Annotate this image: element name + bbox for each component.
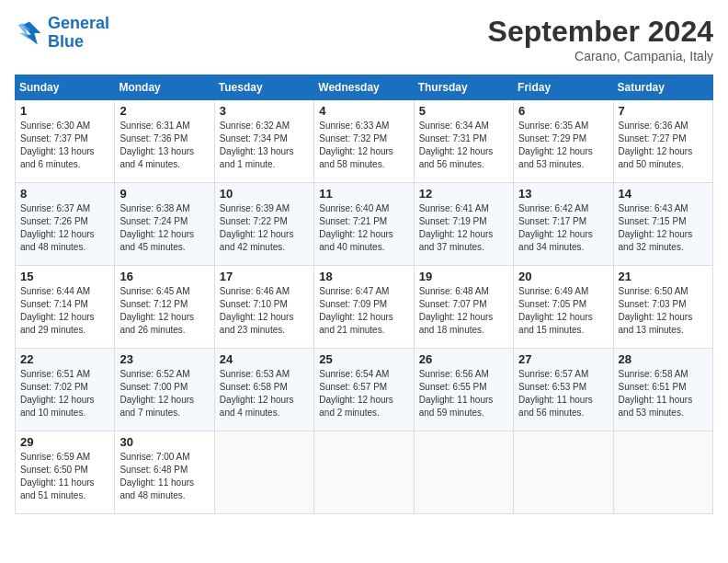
- calendar-cell: 20Sunrise: 6:49 AMSunset: 7:05 PMDayligh…: [514, 266, 613, 349]
- day-info: Sunrise: 6:38 AMSunset: 7:24 PMDaylight:…: [119, 202, 209, 254]
- calendar-cell: 25Sunrise: 6:54 AMSunset: 6:57 PMDayligh…: [314, 349, 414, 431]
- day-number: 20: [518, 270, 608, 283]
- calendar-cell: 18Sunrise: 6:47 AMSunset: 7:09 PMDayligh…: [314, 266, 414, 349]
- day-number: 9: [119, 187, 209, 201]
- day-info: Sunrise: 6:51 AMSunset: 7:02 PMDaylight:…: [20, 368, 109, 419]
- day-info: Sunrise: 6:50 AMSunset: 7:03 PMDaylight:…: [619, 285, 708, 337]
- calendar-cell: 28Sunrise: 6:58 AMSunset: 6:51 PMDayligh…: [613, 349, 712, 431]
- weekday-header: Thursday: [414, 75, 513, 100]
- day-info: Sunrise: 6:40 AMSunset: 7:21 PMDaylight:…: [319, 202, 408, 254]
- day-number: 6: [518, 104, 608, 118]
- day-info: Sunrise: 6:49 AMSunset: 7:05 PMDaylight:…: [518, 285, 608, 337]
- weekday-header: Sunday: [16, 75, 115, 100]
- calendar-week-row: 8Sunrise: 6:37 AMSunset: 7:26 PMDaylight…: [16, 183, 713, 266]
- logo-icon: [15, 18, 44, 48]
- weekday-header: Saturday: [613, 75, 712, 100]
- day-number: 19: [419, 270, 508, 283]
- calendar-week-row: 15Sunrise: 6:44 AMSunset: 7:14 PMDayligh…: [16, 266, 713, 349]
- calendar-cell: 22Sunrise: 6:51 AMSunset: 7:02 PMDayligh…: [16, 349, 115, 431]
- month-title: September 2024: [488, 15, 713, 49]
- day-number: 5: [419, 104, 508, 118]
- weekday-header: Monday: [115, 75, 214, 100]
- day-info: Sunrise: 6:53 AMSunset: 6:58 PMDaylight:…: [220, 368, 309, 419]
- day-info: Sunrise: 6:45 AMSunset: 7:12 PMDaylight:…: [119, 285, 209, 337]
- calendar-cell: 10Sunrise: 6:39 AMSunset: 7:22 PMDayligh…: [214, 183, 313, 266]
- day-info: Sunrise: 6:58 AMSunset: 6:51 PMDaylight:…: [619, 368, 708, 419]
- calendar-cell: 3Sunrise: 6:32 AMSunset: 7:34 PMDaylight…: [214, 100, 313, 183]
- day-info: Sunrise: 6:57 AMSunset: 6:53 PMDaylight:…: [518, 368, 608, 419]
- day-number: 25: [319, 352, 408, 366]
- calendar-cell: [214, 431, 313, 514]
- day-number: 24: [220, 352, 309, 366]
- day-info: Sunrise: 6:37 AMSunset: 7:26 PMDaylight:…: [20, 202, 109, 254]
- day-number: 14: [619, 187, 708, 201]
- calendar-table: SundayMondayTuesdayWednesdayThursdayFrid…: [15, 75, 713, 514]
- day-number: 28: [619, 352, 708, 366]
- day-info: Sunrise: 6:43 AMSunset: 7:15 PMDaylight:…: [619, 202, 708, 254]
- calendar-cell: 9Sunrise: 6:38 AMSunset: 7:24 PMDaylight…: [115, 183, 214, 266]
- weekday-header: Tuesday: [214, 75, 313, 100]
- day-number: 13: [518, 187, 608, 201]
- day-number: 18: [319, 270, 408, 283]
- calendar-week-row: 1Sunrise: 6:30 AMSunset: 7:37 PMDaylight…: [16, 100, 713, 183]
- day-number: 17: [220, 270, 309, 283]
- calendar-cell: 26Sunrise: 6:56 AMSunset: 6:55 PMDayligh…: [414, 349, 513, 431]
- day-info: Sunrise: 6:32 AMSunset: 7:34 PMDaylight:…: [220, 120, 309, 171]
- calendar-cell: 6Sunrise: 6:35 AMSunset: 7:29 PMDaylight…: [514, 100, 613, 183]
- calendar-cell: [514, 431, 613, 514]
- day-number: 21: [619, 270, 708, 283]
- calendar-cell: 4Sunrise: 6:33 AMSunset: 7:32 PMDaylight…: [314, 100, 414, 183]
- day-info: Sunrise: 6:33 AMSunset: 7:32 PMDaylight:…: [319, 120, 408, 171]
- day-info: Sunrise: 6:34 AMSunset: 7:31 PMDaylight:…: [419, 120, 508, 171]
- calendar-cell: 19Sunrise: 6:48 AMSunset: 7:07 PMDayligh…: [414, 266, 513, 349]
- calendar-cell: 23Sunrise: 6:52 AMSunset: 7:00 PMDayligh…: [115, 349, 214, 431]
- location-subtitle: Carano, Campania, Italy: [488, 49, 713, 63]
- day-info: Sunrise: 6:41 AMSunset: 7:19 PMDaylight:…: [419, 202, 508, 254]
- calendar-cell: 8Sunrise: 6:37 AMSunset: 7:26 PMDaylight…: [16, 183, 115, 266]
- logo-general: General: [48, 14, 109, 32]
- logo: General Blue: [15, 15, 109, 52]
- calendar-cell: [613, 431, 712, 514]
- calendar-week-row: 29Sunrise: 6:59 AMSunset: 6:50 PMDayligh…: [16, 431, 713, 514]
- day-info: Sunrise: 6:46 AMSunset: 7:10 PMDaylight:…: [220, 285, 309, 337]
- day-info: Sunrise: 6:56 AMSunset: 6:55 PMDaylight:…: [419, 368, 508, 419]
- day-number: 3: [220, 104, 309, 118]
- calendar-cell: 12Sunrise: 6:41 AMSunset: 7:19 PMDayligh…: [414, 183, 513, 266]
- day-info: Sunrise: 6:36 AMSunset: 7:27 PMDaylight:…: [619, 120, 708, 171]
- weekday-header: Wednesday: [314, 75, 414, 100]
- calendar-cell: 16Sunrise: 6:45 AMSunset: 7:12 PMDayligh…: [115, 266, 214, 349]
- day-number: 12: [419, 187, 508, 201]
- calendar-cell: 17Sunrise: 6:46 AMSunset: 7:10 PMDayligh…: [214, 266, 313, 349]
- day-number: 10: [220, 187, 309, 201]
- day-number: 4: [319, 104, 408, 118]
- day-number: 30: [119, 435, 209, 449]
- day-info: Sunrise: 6:52 AMSunset: 7:00 PMDaylight:…: [119, 368, 209, 419]
- calendar-cell: [314, 431, 414, 514]
- day-number: 7: [619, 104, 708, 118]
- day-info: Sunrise: 6:48 AMSunset: 7:07 PMDaylight:…: [419, 285, 508, 337]
- calendar-cell: 5Sunrise: 6:34 AMSunset: 7:31 PMDaylight…: [414, 100, 513, 183]
- day-number: 22: [20, 352, 109, 366]
- day-number: 2: [119, 104, 209, 118]
- page-header: General Blue September 2024 Carano, Camp…: [15, 15, 713, 63]
- calendar-cell: 13Sunrise: 6:42 AMSunset: 7:17 PMDayligh…: [514, 183, 613, 266]
- day-number: 26: [419, 352, 508, 366]
- day-info: Sunrise: 6:59 AMSunset: 6:50 PMDaylight:…: [20, 451, 109, 502]
- calendar-cell: 14Sunrise: 6:43 AMSunset: 7:15 PMDayligh…: [613, 183, 712, 266]
- calendar-header-row: SundayMondayTuesdayWednesdayThursdayFrid…: [16, 75, 713, 100]
- day-info: Sunrise: 6:35 AMSunset: 7:29 PMDaylight:…: [518, 120, 608, 171]
- calendar-cell: 1Sunrise: 6:30 AMSunset: 7:37 PMDaylight…: [16, 100, 115, 183]
- day-info: Sunrise: 6:54 AMSunset: 6:57 PMDaylight:…: [319, 368, 408, 419]
- day-number: 16: [119, 270, 209, 283]
- day-number: 29: [20, 435, 109, 449]
- day-info: Sunrise: 6:31 AMSunset: 7:36 PMDaylight:…: [119, 120, 209, 171]
- calendar-cell: 27Sunrise: 6:57 AMSunset: 6:53 PMDayligh…: [514, 349, 613, 431]
- day-info: Sunrise: 6:44 AMSunset: 7:14 PMDaylight:…: [20, 285, 109, 337]
- day-number: 11: [319, 187, 408, 201]
- day-info: Sunrise: 6:42 AMSunset: 7:17 PMDaylight:…: [518, 202, 608, 254]
- calendar-cell: 15Sunrise: 6:44 AMSunset: 7:14 PMDayligh…: [16, 266, 115, 349]
- day-info: Sunrise: 6:39 AMSunset: 7:22 PMDaylight:…: [220, 202, 309, 254]
- calendar-cell: 21Sunrise: 6:50 AMSunset: 7:03 PMDayligh…: [613, 266, 712, 349]
- day-number: 1: [20, 104, 109, 118]
- title-block: September 2024 Carano, Campania, Italy: [488, 15, 713, 63]
